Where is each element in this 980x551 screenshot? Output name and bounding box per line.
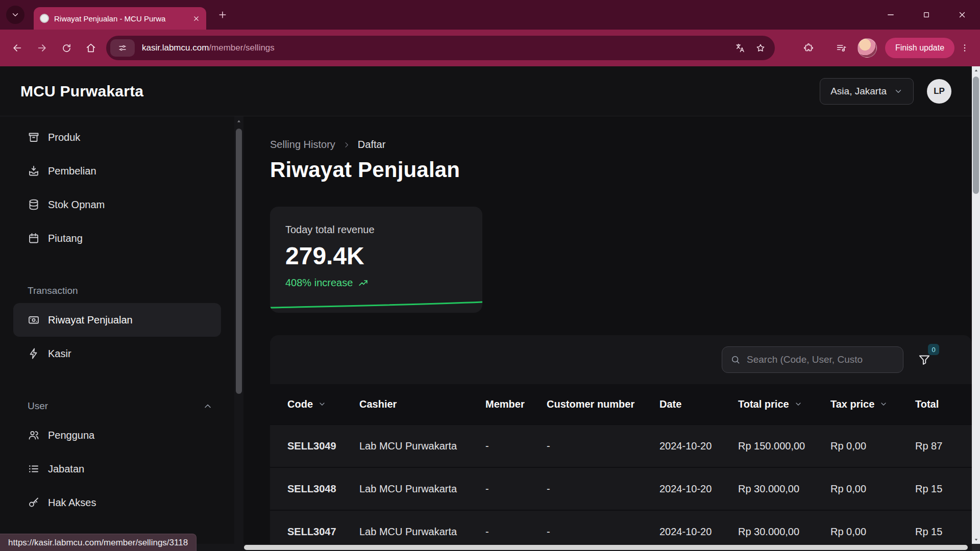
- chevron-up-icon[interactable]: [203, 401, 213, 411]
- sidebar-item-kasir[interactable]: Kasir: [13, 337, 221, 370]
- window-minimize-button[interactable]: [873, 0, 909, 30]
- chevron-down-icon: [11, 10, 20, 19]
- purchase-inbox-icon: [28, 165, 40, 177]
- forward-button[interactable]: [30, 36, 54, 60]
- funnel-icon: [918, 353, 931, 366]
- sidebar-scrollbar-thumb[interactable]: [236, 129, 242, 394]
- revenue-sparkline: [270, 299, 482, 310]
- site-info-button[interactable]: [110, 39, 135, 57]
- table-cell: 2024-10-20: [659, 526, 738, 538]
- timezone-dropdown[interactable]: Asia, Jakarta: [820, 78, 914, 105]
- table-cell: Rp 15: [915, 483, 972, 495]
- tab-search-button[interactable]: [6, 6, 24, 24]
- table-header-row: CodeCashierMemberCustomer numberDateTota…: [270, 384, 972, 424]
- calendar-icon: [28, 232, 40, 244]
- product-box-icon: [28, 131, 40, 143]
- column-header-tax-price[interactable]: Tax price: [830, 398, 915, 410]
- sort-chevron-icon: [794, 400, 802, 408]
- arrow-right-icon: [36, 42, 47, 54]
- table-row[interactable]: SELL3048Lab MCU Purwakarta--2024-10-20Rp…: [270, 467, 972, 510]
- search-box[interactable]: [722, 346, 903, 373]
- breadcrumb-current: Daftar: [358, 139, 385, 151]
- table-cell: Rp 30.000,00: [738, 483, 830, 495]
- vertical-scrollbar[interactable]: [972, 66, 980, 544]
- sidebar-item-pembelian[interactable]: Pembelian: [13, 154, 221, 188]
- scroll-down-icon[interactable]: [972, 536, 980, 543]
- url-text[interactable]: kasir.labmcu.com/member/sellings: [142, 43, 730, 53]
- tab-close-icon[interactable]: [192, 15, 200, 22]
- finish-update-button[interactable]: Finish update: [885, 38, 954, 58]
- column-header-code[interactable]: Code: [287, 398, 359, 410]
- sort-chevron-icon: [879, 400, 888, 408]
- column-header-total: Total: [915, 398, 972, 410]
- table-cell: -: [547, 526, 659, 538]
- window-maximize-button[interactable]: [909, 0, 944, 30]
- table-cell: Rp 0,00: [830, 483, 915, 495]
- media-controls-button[interactable]: [831, 38, 851, 58]
- table-cell: Rp 0,00: [830, 526, 915, 538]
- table-cell: -: [547, 483, 659, 495]
- sidebar-scrollbar[interactable]: [234, 116, 243, 551]
- column-header-total-price[interactable]: Total price: [738, 398, 830, 410]
- horizontal-scrollbar-thumb[interactable]: [244, 545, 968, 550]
- column-header-date: Date: [659, 398, 738, 410]
- column-header-member: Member: [485, 398, 547, 410]
- window-close-button[interactable]: [944, 0, 980, 30]
- bookmark-star-button[interactable]: [750, 38, 771, 58]
- vertical-scrollbar-thumb[interactable]: [973, 77, 979, 194]
- filter-count-badge: 0: [928, 344, 939, 355]
- sidebar-item-piutang[interactable]: Piutang: [13, 221, 221, 255]
- revenue-trend-label: 408% increase: [285, 277, 353, 289]
- key-icon: [28, 496, 40, 509]
- search-input[interactable]: [747, 354, 895, 365]
- sales-table-card: 0 CodeCashierMemberCustomer numberDateTo…: [270, 335, 972, 551]
- table-cell: Rp 15: [915, 526, 972, 538]
- extensions-button[interactable]: [798, 38, 819, 58]
- sidebar-item-stok-opnam[interactable]: Stok Opnam: [13, 188, 221, 221]
- scroll-up-icon[interactable]: [234, 117, 243, 126]
- sidebar-item-riwayat-penjualan[interactable]: Riwayat Penjualan: [13, 303, 221, 337]
- browser-tab[interactable]: Riwayat Penjualan - MCU Purwa: [34, 7, 206, 30]
- reload-button[interactable]: [54, 36, 79, 60]
- table-cell: -: [547, 440, 659, 452]
- users-icon: [28, 429, 40, 441]
- filter-button[interactable]: 0: [918, 353, 931, 366]
- sidebar-item-label: Piutang: [48, 233, 83, 244]
- revenue-label: Today total revenue: [285, 224, 467, 236]
- url-path: /member/sellings: [209, 43, 275, 53]
- sort-chevron-icon: [318, 400, 326, 408]
- sidebar: ProdukPembelianStok OpnamPiutangTransact…: [0, 116, 234, 551]
- search-icon: [730, 355, 741, 365]
- table-body: SELL3049Lab MCU Purwakarta--2024-10-20Rp…: [270, 424, 972, 551]
- new-tab-button[interactable]: [214, 7, 231, 23]
- scroll-up-icon[interactable]: [972, 67, 980, 74]
- breadcrumb-parent-link[interactable]: Selling History: [270, 139, 335, 151]
- puzzle-icon: [803, 42, 814, 54]
- back-button[interactable]: [5, 36, 30, 60]
- sidebar-item-pengguna[interactable]: Pengguna: [13, 418, 221, 452]
- browser-menu-button[interactable]: [955, 38, 974, 58]
- user-avatar[interactable]: LP: [927, 79, 951, 104]
- site-header: MCU Purwakarta Asia, Jakarta LP: [0, 66, 972, 116]
- home-button[interactable]: [79, 36, 103, 60]
- sidebar-item-hak-akses[interactable]: Hak Akses: [13, 486, 221, 519]
- tab-favicon-icon: [40, 14, 49, 23]
- column-label: Customer number: [547, 398, 634, 410]
- profile-avatar[interactable]: [857, 38, 877, 58]
- table-cell: SELL3049: [287, 440, 359, 452]
- cash-register-icon: [28, 314, 40, 326]
- table-cell: SELL3047: [287, 526, 359, 538]
- table-row[interactable]: SELL3049Lab MCU Purwakarta--2024-10-20Rp…: [270, 424, 972, 467]
- address-bar[interactable]: kasir.labmcu.com/member/sellings: [106, 36, 775, 60]
- scrollbar-corner: [972, 544, 980, 551]
- translate-icon: [735, 43, 745, 53]
- sidebar-section-user: User: [0, 394, 234, 418]
- sidebar-item-jabatan[interactable]: Jabatan: [13, 452, 221, 486]
- translate-button[interactable]: [730, 38, 750, 58]
- sidebar-item-produk[interactable]: Produk: [13, 120, 221, 154]
- status-bar-link: https://kasir.labmcu.com/member/sellings…: [0, 534, 197, 551]
- chevron-down-icon: [894, 87, 903, 96]
- table-cell: -: [485, 440, 547, 452]
- reload-icon: [61, 43, 72, 54]
- table-cell: Lab MCU Purwakarta: [359, 483, 485, 495]
